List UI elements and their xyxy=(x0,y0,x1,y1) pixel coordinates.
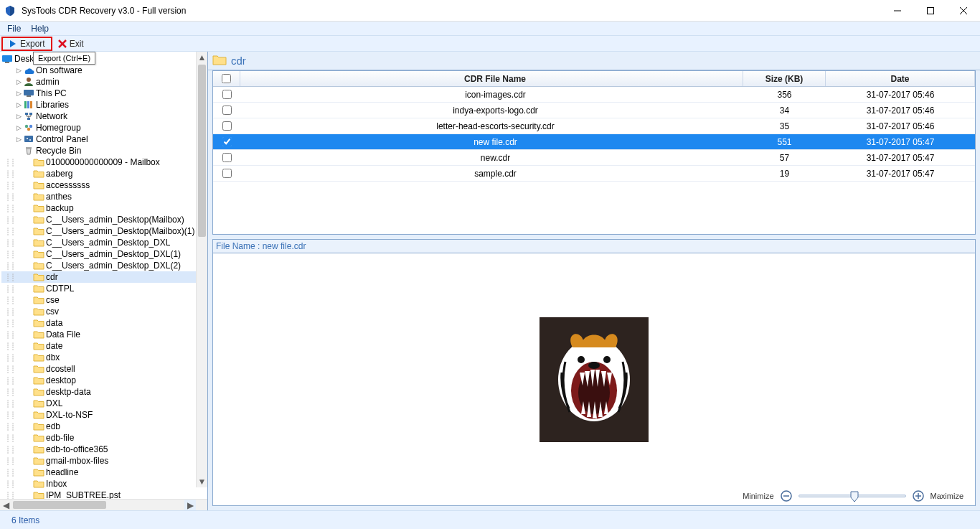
tree-label: accessssss xyxy=(46,180,90,190)
tree-label: admin xyxy=(36,77,60,87)
expand-icon[interactable]: ▷ xyxy=(14,101,23,108)
tree-item[interactable]: ▷This PC xyxy=(1,88,207,99)
tree-label: 0100000000000009 - Mailbox xyxy=(46,157,160,167)
tree-item[interactable]: ┊ ┊desktop xyxy=(1,375,207,386)
tree-item[interactable]: ┊ ┊data xyxy=(1,317,207,329)
zoom-slider-bar: Minimize Maximize xyxy=(743,490,963,502)
expand-icon[interactable]: ▷ xyxy=(14,124,23,131)
table-row[interactable]: sample.cdr1931-07-2017 05:47 xyxy=(213,166,975,182)
tree-item[interactable]: ┊ ┊C__Users_admin_Desktop_DXL xyxy=(1,237,207,248)
tree-vertical-scrollbar[interactable]: ▲ ▼ xyxy=(196,52,207,487)
tree-item[interactable]: ┊ ┊backup xyxy=(1,202,207,214)
tree-item[interactable]: ▷admin xyxy=(1,76,207,88)
tree-label: gmail-mbox-files xyxy=(46,456,108,466)
folder-icon xyxy=(33,306,44,317)
tree-item[interactable]: ┊ ┊DXL-to-NSF xyxy=(1,409,207,421)
tree-item[interactable]: ┊ ┊headline xyxy=(1,467,207,478)
cell-size: 551 xyxy=(743,137,826,147)
tree-item[interactable]: ┊ ┊cse xyxy=(1,294,207,306)
header-name[interactable]: CDR File Name xyxy=(240,71,743,86)
table-row[interactable]: new.cdr5731-07-2017 05:47 xyxy=(213,150,975,166)
folder-icon xyxy=(33,329,44,340)
tree-item[interactable]: ┊ ┊desktp-data xyxy=(1,386,207,398)
scroll-down-icon[interactable]: ▼ xyxy=(197,476,207,487)
tree-item[interactable]: ┊ ┊C__Users_admin_Desktop_DXL(1) xyxy=(1,248,207,260)
tree-label: dcostell xyxy=(46,364,75,374)
window-maximize-button[interactable] xyxy=(914,0,947,22)
tree-label: aaberg xyxy=(46,169,72,179)
header-date[interactable]: Date xyxy=(826,71,975,86)
menu-file[interactable]: File xyxy=(7,24,21,34)
onedrive-icon xyxy=(23,65,34,75)
tree-item[interactable]: ┊ ┊C__Users_admin_Desktop(Mailbox) xyxy=(1,214,207,225)
tree-item[interactable]: ▷Homegroup xyxy=(1,122,207,134)
header-checkbox[interactable] xyxy=(213,71,240,86)
header-size[interactable]: Size (KB) xyxy=(743,71,826,86)
tree-item[interactable]: ┊ ┊anthes xyxy=(1,191,207,202)
expand-icon[interactable]: ▷ xyxy=(14,90,23,97)
expand-icon[interactable]: ▷ xyxy=(14,67,23,74)
zoom-in-button[interactable] xyxy=(912,490,925,502)
expand-icon[interactable]: ▷ xyxy=(14,78,23,85)
tree-item[interactable]: ┊ ┊0100000000000009 - Mailbox xyxy=(1,156,207,168)
row-checkbox[interactable] xyxy=(222,169,232,178)
row-checkbox[interactable] xyxy=(222,90,232,99)
row-checkbox[interactable] xyxy=(222,153,232,162)
table-row[interactable]: new file.cdr55131-07-2017 05:47 xyxy=(213,134,975,150)
row-checkbox[interactable] xyxy=(222,137,232,146)
tree-item[interactable]: ┊ ┊Data File xyxy=(1,329,207,340)
table-row[interactable]: indya-exports-logo.cdr3431-07-2017 05:46 xyxy=(213,103,975,118)
tree-label: headline xyxy=(46,467,78,477)
tree-item[interactable]: ┊ ┊dcostell xyxy=(1,363,207,375)
zoom-slider[interactable] xyxy=(798,495,906,497)
tree-item[interactable]: ┊ ┊gmail-mbox-files xyxy=(1,455,207,467)
window-minimize-button[interactable] xyxy=(881,0,914,22)
tree-item[interactable]: ▷Control Panel xyxy=(1,134,207,145)
table-row[interactable]: letter-head-escorts-security.cdr3531-07-… xyxy=(213,118,975,134)
tree-item[interactable]: ▷Network xyxy=(1,111,207,122)
tree-item[interactable]: ▷Libraries xyxy=(1,99,207,111)
tree-item[interactable]: ┊ ┊CDTPL xyxy=(1,283,207,294)
window-close-button[interactable] xyxy=(947,0,980,22)
tree-item[interactable]: ┊ ┊C__Users_admin_Desktop_DXL(2) xyxy=(1,260,207,271)
tree-item[interactable]: ┊ ┊edb-file xyxy=(1,432,207,444)
scroll-right-icon[interactable]: ▶ xyxy=(184,500,196,510)
row-checkbox[interactable] xyxy=(222,121,232,131)
tree-item[interactable]: ┊ ┊accessssss xyxy=(1,179,207,191)
zoom-out-button[interactable] xyxy=(780,490,793,502)
select-all-checkbox[interactable] xyxy=(222,74,231,83)
svg-point-23 xyxy=(29,139,31,141)
expand-icon[interactable]: ▷ xyxy=(14,136,23,143)
folder-icon xyxy=(33,272,44,282)
tree-item[interactable]: ▷On software xyxy=(1,65,207,76)
tree-item[interactable]: ┊ ┊date xyxy=(1,340,207,352)
tree-item[interactable]: ┊ ┊csv xyxy=(1,306,207,317)
tree-label: C__Users_admin_Desktop_DXL(2) xyxy=(46,261,181,271)
export-button[interactable]: Export xyxy=(1,37,52,51)
tree-item[interactable]: ┊ ┊edb xyxy=(1,421,207,432)
row-checkbox[interactable] xyxy=(222,106,232,115)
exit-button[interactable]: Exit xyxy=(52,37,90,51)
table-row[interactable]: icon-images.cdr35631-07-2017 05:46 xyxy=(213,87,975,103)
tree-label: anthes xyxy=(46,192,72,202)
tree-item[interactable]: ┊ ┊DXL xyxy=(1,398,207,409)
tree-item[interactable]: ┊ ┊edb-to-office365 xyxy=(1,444,207,455)
slider-thumb-icon[interactable] xyxy=(849,491,859,505)
scroll-left-icon[interactable]: ◀ xyxy=(0,500,11,510)
right-panel: cdr CDR File Name Size (KB) Date icon-im… xyxy=(208,52,980,510)
cell-filename: new file.cdr xyxy=(240,137,743,147)
tree-item[interactable]: Recycle Bin xyxy=(1,145,207,156)
scroll-up-icon[interactable]: ▲ xyxy=(197,52,207,63)
tree-item[interactable]: ┊ ┊cdr xyxy=(1,271,207,283)
tree-horizontal-scrollbar[interactable]: ◀ ▶ xyxy=(0,499,207,510)
scroll-thumb[interactable] xyxy=(198,65,206,237)
tree-item[interactable]: ┊ ┊dbx xyxy=(1,352,207,363)
folder-tree[interactable]: Desktop ▷On software▷admin▷This PC▷Libra… xyxy=(0,52,207,499)
tree-item[interactable]: ┊ ┊IPM_SUBTREE.pst xyxy=(1,490,207,499)
tree-item[interactable]: ┊ ┊aaberg xyxy=(1,168,207,179)
scroll-thumb-h[interactable] xyxy=(13,501,106,509)
menu-help[interactable]: Help xyxy=(31,24,49,34)
tree-item[interactable]: ┊ ┊Inbox xyxy=(1,478,207,490)
tree-item[interactable]: ┊ ┊C__Users_admin_Desktop(Mailbox)(1) xyxy=(1,225,207,237)
expand-icon[interactable]: ▷ xyxy=(14,113,23,120)
